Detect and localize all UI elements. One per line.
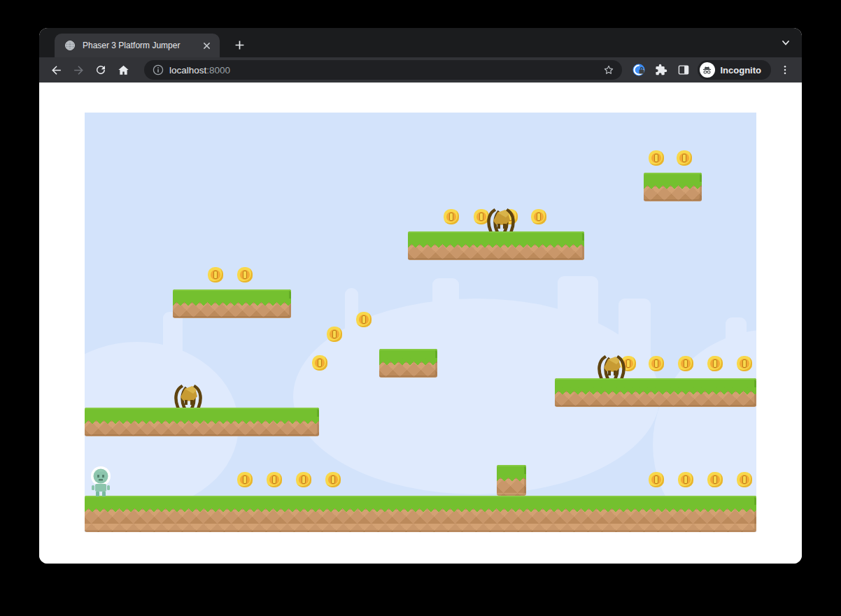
grass-top [173, 289, 291, 299]
grass-edge [173, 299, 291, 306]
grass-edge [644, 182, 702, 189]
grass-top [497, 465, 526, 474]
grass-top [379, 349, 437, 358]
coin [649, 356, 664, 371]
coin [707, 472, 723, 487]
coin [327, 327, 342, 342]
address-bar[interactable]: localhost:8000 [144, 60, 622, 80]
platform-left-long [85, 408, 319, 436]
page-content [39, 83, 802, 564]
grass-edge [85, 505, 756, 512]
coin [208, 267, 223, 282]
new-tab-button[interactable] [229, 35, 249, 55]
extensions-puzzle-icon[interactable] [651, 60, 671, 80]
browser-window: Phaser 3 Platform Jumper [39, 28, 802, 564]
coin [356, 312, 372, 327]
coin [649, 472, 664, 487]
grass-edge [497, 474, 526, 481]
coin [678, 356, 693, 371]
coin [237, 267, 253, 282]
home-button[interactable] [113, 60, 133, 80]
coin [737, 356, 752, 371]
coin [296, 472, 311, 487]
bookmark-star-icon[interactable] [602, 64, 615, 76]
platform-ground [85, 496, 756, 532]
side-panel-icon[interactable] [674, 60, 693, 80]
platform-center-small [379, 349, 437, 378]
browser-toolbar: localhost:8000 [39, 57, 802, 83]
tab-strip: Phaser 3 Platform Jumper [39, 28, 802, 57]
coin [707, 356, 723, 371]
grass-top [555, 378, 756, 387]
background-pillar [345, 288, 358, 379]
spider-icon [595, 353, 628, 378]
player [88, 466, 113, 499]
grass-top [644, 173, 702, 182]
tab-close-icon[interactable] [200, 39, 213, 52]
coin [677, 150, 692, 166]
tab-search-chevron-icon[interactable] [779, 36, 793, 50]
coin [237, 472, 253, 487]
forward-button[interactable] [69, 60, 88, 80]
coin [649, 150, 664, 166]
site-info-icon[interactable] [153, 64, 164, 76]
game-canvas[interactable] [85, 113, 756, 532]
coin [737, 472, 752, 487]
grass-edge [408, 241, 584, 248]
reload-button[interactable] [91, 60, 111, 80]
favicon-globe-icon [64, 40, 76, 51]
platform-right-wide [555, 378, 756, 407]
grass-top [85, 496, 756, 505]
url-port[interactable]: :8000 [206, 65, 230, 76]
incognito-badge[interactable]: Incognito [698, 60, 772, 80]
incognito-label: Incognito [721, 65, 762, 76]
back-button[interactable] [46, 60, 66, 80]
coin [325, 472, 341, 487]
coin [678, 472, 693, 487]
menu-dots-icon[interactable] [775, 60, 795, 80]
platform-left-mid [173, 289, 291, 318]
background-pillar [558, 276, 598, 381]
platform-center-block [497, 465, 526, 496]
coin [531, 209, 546, 224]
tab-title: Phaser 3 Platform Jumper [83, 41, 200, 50]
player-astronaut-icon [88, 466, 113, 496]
coin [312, 355, 327, 371]
platform-top-center [408, 231, 584, 260]
grass-edge [85, 417, 319, 424]
url-host[interactable]: localhost [169, 65, 206, 76]
browser-tab[interactable]: Phaser 3 Platform Jumper [55, 34, 220, 57]
coin [267, 472, 282, 487]
incognito-icon [700, 62, 715, 78]
enemy-spider [595, 353, 628, 381]
grass-edge [555, 387, 756, 394]
spider-icon [171, 382, 205, 408]
grass-edge [379, 358, 437, 365]
platform-top-right [644, 173, 702, 201]
spider-icon [484, 206, 518, 231]
enemy-spider [484, 206, 518, 234]
enemy-spider [171, 382, 205, 410]
privacy-extension-icon[interactable] [629, 60, 649, 80]
coin [444, 209, 459, 224]
background-pillar [163, 312, 183, 382]
